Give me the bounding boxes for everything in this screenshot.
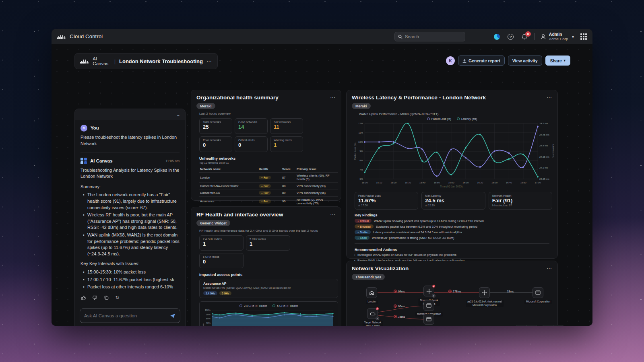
table-row[interactable]: Datacenter-NA-ConcentratorFair88VPN conn… (199, 183, 338, 189)
stat-card: Network HealthFair (91)Infrastructure: 6… (489, 192, 552, 210)
app-window: Cloud Control ? 8 Admin Acme Corp. ▾ (52, 29, 592, 326)
generate-report-button[interactable]: Generate report (458, 56, 505, 66)
canvas-menu-icon[interactable]: ⋯ (206, 58, 212, 64)
divider (355, 243, 549, 244)
svg-text:15:40: 15:40 (419, 181, 426, 184)
download-icon (462, 59, 466, 63)
rf-health-chart[interactable]: 100%90%80%70%60%50%40%30%20%10%0%07:2607… (201, 308, 336, 326)
svg-text:24.25 ms: 24.25 ms (539, 178, 549, 180)
panel-menu-icon[interactable]: ⋯ (547, 265, 552, 272)
notifications-bell-icon[interactable]: 8 (520, 33, 528, 41)
svg-text:15:50: 15:50 (434, 181, 440, 184)
zoom-in-icon[interactable]: + (553, 325, 564, 326)
node-label: London (366, 300, 378, 304)
panel-title: Network Visualization (352, 265, 409, 272)
share-button[interactable]: Share ▾ (545, 56, 570, 66)
collapse-chevron-icon[interactable]: ⌄ (176, 112, 180, 117)
svg-text:15:20: 15:20 (390, 181, 397, 184)
apps-grid-icon[interactable] (580, 33, 588, 41)
text-tool-icon[interactable]: T (526, 325, 537, 326)
cisco-logo-icon (57, 34, 66, 39)
svg-text:24.5 ms: 24.5 ms (539, 122, 548, 125)
panel-menu-icon[interactable]: ⋯ (547, 95, 552, 101)
chat-panel-header: ⌄ (75, 109, 185, 120)
message-timestamp: 11:05 am (165, 158, 180, 163)
stat-card: Fair networks11 (270, 118, 303, 134)
theme-toggle-icon[interactable] (493, 33, 501, 41)
list-item: WAN uplink (MX68, WAN2) is the root doma… (83, 232, 180, 257)
regenerate-icon[interactable]: ↻ (114, 295, 120, 301)
assistant-message-author: AI Canvas (90, 158, 113, 164)
send-icon[interactable] (169, 313, 176, 319)
node-source-network[interactable]: ✕ 7 (423, 286, 434, 296)
latency-chart[interactable]: 15:0015:1015:2015:3015:4015:5016:0016:10… (353, 121, 554, 189)
svg-text:24.45 ms: 24.45 ms (539, 134, 549, 136)
latency-panel: Wireless Latency & Performance - London … (346, 90, 558, 259)
column-header[interactable]: Network name (199, 166, 258, 173)
node-ms-corp-mid2[interactable] (423, 314, 434, 325)
person-icon (540, 34, 546, 40)
user-menu[interactable]: Admin Acme Corp. ▾ (540, 32, 574, 41)
svg-text:16:50: 16:50 (520, 181, 527, 184)
chat-input[interactable] (84, 313, 169, 318)
unhealthy-networks-subtitle: Top 11 networks out of 11 (199, 161, 336, 164)
svg-text:16:40: 16:40 (506, 181, 512, 184)
cloud-icon (370, 312, 376, 316)
svg-text:24.3 ms: 24.3 ms (539, 167, 548, 169)
svg-text:15:10: 15:10 (376, 181, 382, 184)
panel-menu-icon[interactable]: ⋯ (330, 212, 336, 218)
stat-card: Max Latency24.5 msat 15:30 (421, 192, 485, 210)
brand: Cloud Control (57, 33, 103, 39)
chat-input-box[interactable] (80, 309, 180, 323)
search-box[interactable] (394, 32, 465, 41)
column-header[interactable]: Health (258, 166, 281, 173)
thumbs-up-icon[interactable] (80, 295, 87, 301)
node-ms-corp-mid1[interactable] (423, 300, 434, 311)
severity-badge: Good (355, 236, 369, 240)
svg-text:16:10: 16:10 (462, 181, 469, 184)
source-badge: Meraki (196, 103, 215, 109)
node-target-network[interactable]: ✕ 4 (367, 308, 378, 319)
brand-name: Cloud Control (70, 33, 103, 39)
overview-note: Last 2 hours overview (199, 112, 336, 115)
column-header[interactable]: Primary issue (296, 166, 338, 173)
table-row[interactable]: LondonFair87Wireless clients (60), RF he… (199, 173, 338, 183)
table-row[interactable]: Datacenter-CAFair89VPN connectivity (56) (199, 189, 338, 196)
search-input[interactable] (405, 34, 457, 39)
svg-text:RF Health Score: RF Health Score (202, 323, 204, 326)
node-london[interactable] (366, 287, 377, 298)
view-activity-button[interactable]: View activity (508, 56, 542, 66)
health-badge: Fair (259, 176, 271, 179)
copy-icon[interactable] (103, 295, 109, 301)
access-point-card[interactable]: Assurance AP Model: MR36-HW | Serial: Q3… (199, 279, 338, 298)
table-row[interactable]: AssuranceFair90RF health (0), WAN connec… (199, 196, 338, 206)
svg-text:80%: 80% (206, 317, 211, 320)
stat-card: 5 GHz radios1 (246, 235, 290, 251)
panel-title: Wireless Latency & Performance - London … (352, 95, 486, 101)
svg-text:12%: 12% (358, 122, 363, 125)
panel-menu-icon[interactable]: ⋯ (330, 95, 336, 101)
finding-row: StableLatency remains consistent around … (355, 230, 552, 234)
window-icon (535, 290, 541, 295)
list-item: 15:00-15:30: 10% packet loss (83, 269, 180, 276)
stat-card: Critical alerts0 (235, 136, 268, 152)
node-ms-corp[interactable] (533, 287, 543, 298)
org-health-panel: Organizational health summary ⋯ Meraki L… (191, 90, 341, 201)
key-findings-title: Key Findings (355, 213, 552, 217)
panel-title: RF Health and interface overview (196, 212, 283, 218)
export-icon[interactable] (516, 325, 526, 326)
message-actions: ↻ (80, 295, 180, 301)
svg-text:Packet Loss (%): Packet Loss (%) (354, 142, 356, 160)
ai-canvas-board: AI Canvas | London Network Troubleshooti… (52, 44, 592, 326)
column-header[interactable]: Score (281, 166, 296, 173)
svg-text:16:00: 16:00 (448, 181, 454, 184)
user-message-author: You (91, 125, 99, 131)
thumbs-down-icon[interactable] (92, 295, 98, 301)
ap-details: Model: MR36-HW | Serial: Q3AJ-2WNQ-723A … (203, 286, 334, 289)
help-icon[interactable]: ? (507, 33, 515, 41)
zoom-out-icon[interactable]: − (542, 325, 553, 326)
divider (534, 33, 535, 40)
collaborator-avatar[interactable]: K (446, 56, 455, 65)
list-item: 17:00-17:10: 11.67% packet loss (highest… (83, 277, 180, 283)
node-msn-router[interactable] (479, 287, 490, 298)
